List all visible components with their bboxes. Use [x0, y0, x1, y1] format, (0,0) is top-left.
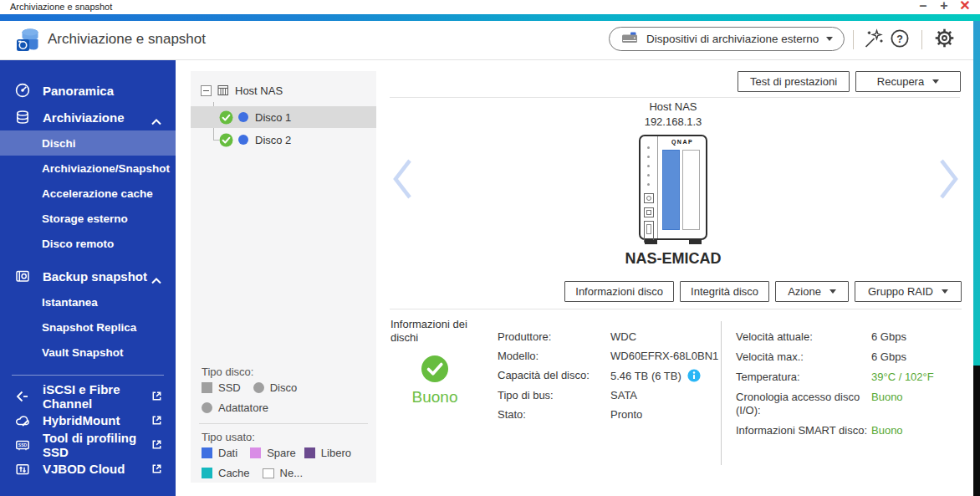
tree-node-label: Disco 2	[255, 134, 291, 146]
nas-enclosure-view[interactable]: Host NAS 192.168.1.3 QNAP NAS-EMICAD	[606, 100, 740, 268]
action-dropdown-button[interactable]: Azione	[775, 281, 849, 302]
sidebar-item-label: Accelerazione cache	[42, 187, 153, 200]
external-storage-dropdown[interactable]: Dispositivi di archiviazione esterno	[609, 27, 845, 51]
tower-foot	[645, 240, 657, 244]
sidebar-item-dischi[interactable]: Dischi	[0, 130, 176, 156]
sidebar-item-vjbod-cloud[interactable]: VJBOD Cloud	[0, 457, 176, 481]
header-divider	[853, 30, 854, 49]
power-button-graphic	[644, 193, 654, 203]
legend-item-ssd: SSD	[202, 381, 241, 394]
legend-item-disco: Disco	[253, 381, 298, 394]
tree-node-label: Host NAS	[235, 84, 283, 97]
external-link-icon	[151, 463, 163, 475]
external-link-icon	[151, 390, 163, 402]
window-title: Archiviazione e snapshot	[10, 2, 112, 12]
nas-rack-icon	[217, 84, 230, 97]
carousel-prev-button[interactable]	[390, 157, 415, 204]
page-title: Archiviazione e snapshot	[48, 31, 206, 48]
field-value-smart: Buono	[871, 424, 963, 437]
legend-row: Adattatore	[202, 401, 281, 414]
field-label: Stato:	[498, 408, 610, 421]
field-label: Produttore:	[498, 330, 610, 343]
chevron-down-icon	[932, 79, 939, 84]
legend-row: Dati Spare Libero	[202, 447, 364, 459]
sidebar-divider	[12, 375, 164, 376]
chevron-down-icon	[826, 37, 833, 41]
performance-test-button[interactable]: Test di prestazioni	[738, 71, 850, 92]
sidebar-item-iscsi-fibre-channel[interactable]: iSCSI e Fibre Channel	[0, 384, 176, 408]
gear-icon[interactable]	[933, 27, 956, 53]
collapse-icon[interactable]	[201, 85, 212, 96]
nessuno-swatch	[263, 468, 274, 478]
sidebar-item-backup-snapshot[interactable]: Backup snapshot	[0, 263, 176, 289]
sidebar-item-panoramica[interactable]: Panoramica	[0, 77, 176, 104]
status-ok-icon	[219, 110, 233, 125]
info-icon[interactable]	[687, 369, 701, 382]
field-value: WDC	[610, 330, 718, 343]
chevron-down-icon	[942, 289, 948, 294]
sidebar-item-disco-remoto[interactable]: Disco remoto	[0, 231, 176, 256]
app-header: Archiviazione e snapshot Dispositivi di …	[0, 21, 980, 60]
ssd-swatch	[202, 382, 212, 393]
disco-swatch	[253, 382, 264, 393]
copy-button-graphic	[644, 207, 654, 217]
sidebar-item-label: Backup snapshot	[43, 269, 147, 284]
maximize-button[interactable]: +	[936, 0, 952, 13]
raid-group-dropdown-button[interactable]: Gruppo RAID	[855, 281, 962, 302]
tree-node-host-nas[interactable]: Host NAS	[191, 79, 376, 101]
recover-button[interactable]: Recupera	[855, 71, 961, 92]
field-label: Temperatura:	[736, 371, 871, 384]
sidebar-item-archiviazione-snapshot[interactable]: Archiviazione/Snapshot	[0, 156, 176, 181]
help-icon[interactable]: ?	[889, 28, 911, 53]
field-label: Velocità max.:	[736, 350, 871, 364]
disk-fields-left: Produttore: WDC Modello: WD60EFRX-68L0BN…	[498, 330, 718, 421]
minimize-button[interactable]: –	[915, 0, 932, 13]
legend-item-cache: Cache	[202, 467, 250, 479]
field-label: Cronologia accesso disco (I/O):	[736, 391, 871, 417]
sidebar-item-label: Storage esterno	[42, 212, 128, 225]
tree-node-disco-2[interactable]: Disco 2	[191, 129, 376, 151]
sidebar-item-label: Tool di profiling SSD	[43, 431, 140, 459]
wizard-wand-icon[interactable]	[862, 28, 885, 54]
drive-bay-1-selected[interactable]	[662, 150, 680, 230]
disk-type-dot	[238, 112, 248, 122]
status-ok-icon	[219, 133, 233, 147]
legend-row: Cache Ne...	[202, 467, 315, 479]
gauge-icon	[13, 82, 32, 99]
legend-row: SSD Disco	[202, 381, 309, 394]
legend-item-adattatore: Adattatore	[202, 401, 268, 414]
sidebar-item-tool-profiling-ssd[interactable]: SSD Tool di profiling SSD	[0, 432, 176, 457]
cache-swatch	[202, 468, 212, 478]
carousel-next-button[interactable]	[937, 157, 962, 204]
sidebar-item-hybridmount[interactable]: HybridMount	[0, 408, 176, 432]
disk-health-button[interactable]: Integrità disco	[680, 281, 769, 302]
drive-icon	[620, 30, 639, 48]
field-value: 6 Gbps	[871, 350, 963, 364]
tree-node-disco-1[interactable]: Disco 1	[191, 106, 376, 128]
sidebar: Panoramica Archiviazione Dischi Archivia…	[0, 60, 176, 496]
nas-front-panel	[641, 136, 658, 238]
sidebar-item-snapshot-replica[interactable]: Snapshot Replica	[0, 314, 176, 340]
background-window-edge	[973, 21, 980, 366]
ssd-icon: SSD	[13, 437, 32, 453]
field-value-io-history: Buono	[871, 391, 963, 404]
spare-swatch	[250, 447, 261, 458]
disk-type-dot	[238, 135, 248, 145]
sidebar-item-archiviazione[interactable]: Archiviazione	[0, 104, 176, 130]
legend-item-nessuno: Ne...	[263, 467, 303, 479]
sidebar-item-storage-esterno[interactable]: Storage esterno	[0, 206, 176, 231]
close-button[interactable]: ✕	[957, 0, 973, 13]
sidebar-item-label: VJBOD Cloud	[43, 462, 125, 476]
field-value: SATA	[610, 389, 718, 401]
sidebar-item-vault-snapshot[interactable]: Vault Snapshot	[0, 340, 176, 365]
sidebar-item-label: Dischi	[42, 137, 76, 150]
background-dark-area	[973, 366, 980, 496]
database-icon	[13, 109, 32, 125]
sidebar-item-accelerazione-cache[interactable]: Accelerazione cache	[0, 181, 176, 206]
disk-info-button[interactable]: Informazioni disco	[564, 281, 674, 302]
sidebar-item-istantanea[interactable]: Istantanea	[0, 289, 176, 314]
external-storage-dropdown-label: Dispositivi di archiviazione esterno	[646, 33, 819, 45]
snapshot-camera-icon	[13, 268, 32, 284]
device-tree-panel: Host NAS Disco 1 Disco 2	[191, 71, 376, 483]
drive-bay-2[interactable]	[682, 150, 700, 230]
